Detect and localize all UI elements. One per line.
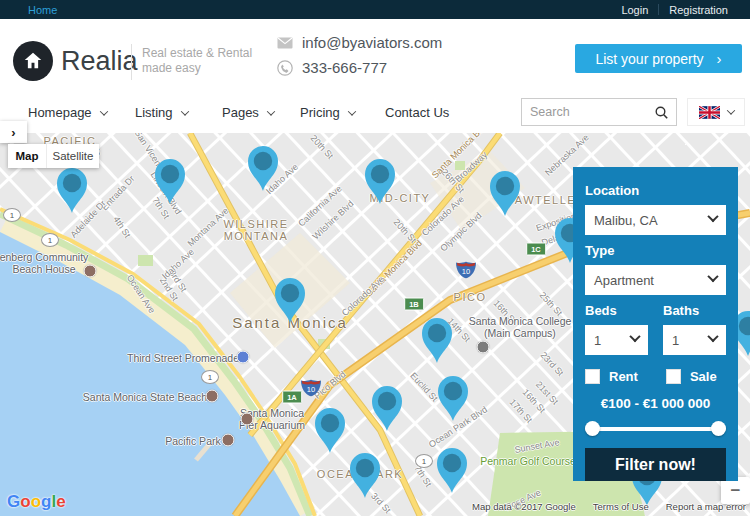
map-button[interactable]: Map <box>8 144 46 168</box>
sale-checkbox[interactable] <box>666 369 681 384</box>
phone-icon <box>277 60 293 76</box>
map-pin[interactable] <box>315 408 345 453</box>
sidebar-expand-toggle[interactable]: › <box>0 121 27 143</box>
filter-now-button[interactable]: Filter now! <box>585 448 726 481</box>
satellite-button[interactable]: Satellite <box>46 144 99 168</box>
header: Realia Real estate & Rental made easy in… <box>0 19 750 88</box>
language-selector[interactable] <box>687 98 745 126</box>
map-pin[interactable] <box>437 448 467 493</box>
map-pin[interactable] <box>422 318 452 363</box>
type-label: Type <box>585 243 726 258</box>
chevron-down-icon <box>726 106 734 114</box>
nav-label: Contact Us <box>385 105 449 120</box>
beds-select[interactable]: 1 <box>585 325 648 355</box>
rent-label: Rent <box>609 369 638 384</box>
nav-pages[interactable]: Pages <box>222 105 274 120</box>
map-attribution: Map data ©2017 Google Terms of Use Repor… <box>472 501 746 512</box>
map-pin[interactable] <box>438 376 468 421</box>
login-link[interactable]: Login <box>611 4 658 16</box>
location-label: Location <box>585 183 726 198</box>
map-pin[interactable] <box>490 171 520 216</box>
home-link[interactable]: Home <box>28 4 57 16</box>
beds-label: Beds <box>585 303 648 318</box>
search-icon <box>655 106 668 119</box>
chevron-down-icon <box>707 331 718 342</box>
tagline-line2: made easy <box>142 61 252 76</box>
sale-label: Sale <box>690 369 717 384</box>
google-logo-letter: o <box>31 492 41 511</box>
nav-label: Pricing <box>300 105 340 120</box>
map-pin[interactable] <box>350 453 380 498</box>
chevron-down-icon <box>707 271 718 282</box>
nav-label: Pages <box>222 105 259 120</box>
divider <box>131 44 132 80</box>
search-button[interactable] <box>646 99 676 125</box>
nav-listing[interactable]: Listing <box>135 105 188 120</box>
map-pin[interactable] <box>57 168 87 213</box>
map-pin[interactable] <box>372 386 402 431</box>
filter-panel: Location Malibu, CA Type Apartment Beds … <box>573 167 738 481</box>
topbar-account-links: Login Registration <box>611 4 738 16</box>
google-logo-letter: o <box>20 492 30 511</box>
registration-link[interactable]: Registration <box>659 4 738 16</box>
contact-email: info@byaviators.com <box>277 34 442 51</box>
topbar: Home Login Registration <box>0 0 750 19</box>
chevron-down-icon <box>348 107 356 115</box>
map-pin[interactable] <box>155 159 185 204</box>
chevron-right-icon: › <box>717 50 722 67</box>
nav-label: Homepage <box>28 105 92 120</box>
uk-flag-icon <box>699 106 720 119</box>
search-input[interactable] <box>522 105 646 119</box>
price-slider[interactable] <box>585 421 726 436</box>
google-logo-letter: g <box>41 492 51 511</box>
zoom-out-button[interactable]: − <box>721 477 750 504</box>
terms-of-use-link[interactable]: Terms of Use <box>593 501 649 512</box>
nav-pricing[interactable]: Pricing <box>300 105 355 120</box>
nav-contact-us[interactable]: Contact Us <box>385 105 449 120</box>
map-type-control: Map Satellite <box>8 144 99 168</box>
nav-label: Listing <box>135 105 173 120</box>
chevron-down-icon <box>267 107 275 115</box>
slider-track <box>585 427 726 431</box>
map-pin[interactable] <box>365 159 395 204</box>
search-box <box>521 98 677 126</box>
baths-select[interactable]: 1 <box>663 325 726 355</box>
type-select[interactable]: Apartment <box>585 265 726 295</box>
list-your-property-button[interactable]: List your property › <box>575 44 742 73</box>
chevron-down-icon <box>180 107 188 115</box>
chevron-down-icon <box>99 107 107 115</box>
nav-homepage[interactable]: Homepage <box>28 105 107 120</box>
type-value: Apartment <box>594 273 654 288</box>
phone-text[interactable]: 333-666-777 <box>302 59 387 76</box>
google-logo-letter: G <box>7 492 20 511</box>
report-map-error-link[interactable]: Report a map error <box>666 501 746 512</box>
price-slider-handle-max[interactable] <box>711 421 726 436</box>
location-value: Malibu, CA <box>594 213 658 228</box>
map-pin[interactable] <box>275 278 305 323</box>
map-data-text: Map data ©2017 Google <box>472 501 576 512</box>
map-pin[interactable] <box>248 146 278 191</box>
tagline: Real estate & Rental made easy <box>142 46 252 76</box>
chevron-down-icon <box>629 331 640 342</box>
baths-label: Baths <box>663 303 726 318</box>
google-logo-letter: e <box>56 492 65 511</box>
rent-checkbox[interactable] <box>585 369 600 384</box>
price-slider-handle-min[interactable] <box>585 421 600 436</box>
contact-phone: 333-666-777 <box>277 59 387 76</box>
price-range-text: €100 - €1 000 000 <box>585 396 726 411</box>
cta-label: List your property <box>595 51 703 67</box>
chevron-down-icon <box>707 211 718 222</box>
tagline-line1: Real estate & Rental <box>142 46 252 61</box>
email-text[interactable]: info@byaviators.com <box>302 34 442 51</box>
beds-value: 1 <box>594 333 601 348</box>
location-select[interactable]: Malibu, CA <box>585 205 726 235</box>
mail-icon <box>277 37 293 49</box>
home-icon <box>22 50 44 72</box>
baths-value: 1 <box>672 333 679 348</box>
brand-name[interactable]: Realia <box>61 46 138 77</box>
realia-logo-icon[interactable] <box>13 41 53 81</box>
google-logo[interactable]: Google <box>7 492 66 512</box>
main-nav: Homepage Listing Pages Pricing Contact U… <box>0 88 750 134</box>
